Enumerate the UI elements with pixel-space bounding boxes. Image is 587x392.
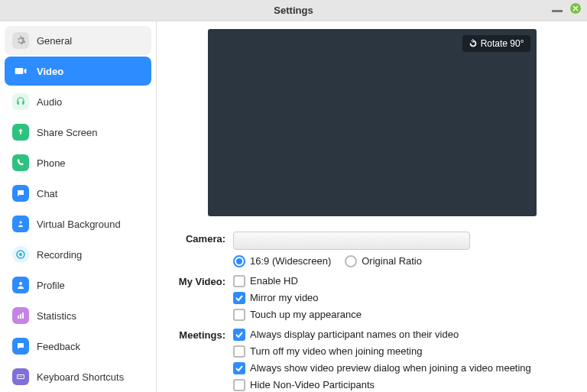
hide-nonvideo-label: Hide Non-Video Participants (250, 378, 375, 392)
ratio-original-label: Original Ratio (362, 254, 422, 268)
sidebar: General Video Audio Share Screen Phone (0, 21, 157, 392)
ratio-169-label: 16:9 (Widescreen) (250, 254, 331, 268)
svg-point-0 (20, 222, 22, 224)
sidebar-item-statistics[interactable]: Statistics (5, 301, 151, 330)
svg-rect-13 (21, 376, 22, 377)
svg-rect-5 (20, 314, 21, 319)
sidebar-item-phone[interactable]: Phone (5, 148, 151, 177)
keyboard-icon (12, 368, 29, 385)
sidebar-item-recording[interactable]: Recording (5, 240, 151, 269)
svg-point-2 (19, 253, 22, 256)
sidebar-item-audio[interactable]: Audio (5, 87, 151, 116)
svg-point-3 (19, 282, 22, 285)
share-screen-icon (12, 124, 29, 141)
headphones-icon (12, 93, 29, 110)
meetings-label: Meetings: (164, 328, 233, 392)
feedback-icon (12, 338, 29, 355)
svg-point-8 (21, 345, 21, 346)
hide-nonvideo-checkbox[interactable] (233, 379, 245, 391)
sidebar-item-share-screen[interactable]: Share Screen (5, 118, 151, 147)
turnoff-video-checkbox[interactable] (233, 345, 245, 358)
touchup-checkbox[interactable] (233, 309, 245, 321)
sidebar-label: Chat (37, 188, 57, 199)
ratio-169-radio[interactable] (233, 255, 245, 267)
sidebar-label: Feedback (37, 341, 80, 352)
sidebar-label: Recording (37, 249, 82, 261)
show-preview-label: Always show video preview dialog when jo… (250, 361, 531, 375)
sidebar-label: Statistics (37, 310, 76, 322)
svg-point-7 (19, 345, 20, 346)
mirror-label: Mirror my video (250, 291, 319, 305)
recording-icon (12, 246, 29, 263)
sidebar-label: Audio (37, 96, 62, 108)
svg-rect-12 (20, 376, 21, 377)
svg-rect-6 (22, 313, 24, 319)
sidebar-label: Video (37, 66, 63, 77)
sidebar-label: Phone (37, 157, 66, 169)
sidebar-item-keyboard-shortcuts[interactable]: Keyboard Shortcuts (5, 362, 151, 391)
myvideo-label: My Video: (164, 274, 233, 325)
window-title: Settings (274, 5, 313, 16)
video-preview: Rotate 90° (208, 29, 537, 216)
turnoff-video-label: Turn off my video when joining meeting (250, 345, 422, 358)
enable-hd-label: Enable HD (250, 274, 298, 288)
camera-label: Camera: (164, 232, 233, 271)
sidebar-item-general[interactable]: General (5, 26, 151, 55)
close-button[interactable] (570, 3, 581, 14)
participant-names-label: Always display participant names on thei… (250, 328, 459, 342)
rotate-button[interactable]: Rotate 90° (462, 35, 530, 52)
sidebar-item-profile[interactable]: Profile (5, 271, 151, 300)
sidebar-label: Profile (37, 280, 65, 291)
gear-icon (12, 32, 29, 49)
main-panel: Rotate 90° Camera: 16:9 (Widescreen) (157, 21, 587, 392)
sidebar-item-video[interactable]: Video (5, 57, 151, 86)
show-preview-checkbox[interactable] (233, 362, 245, 374)
sidebar-item-feedback[interactable]: Feedback (5, 332, 151, 361)
rotate-label: Rotate 90° (481, 38, 524, 49)
virtual-background-icon (12, 215, 29, 232)
sidebar-label: Virtual Background (37, 219, 121, 230)
sidebar-item-virtual-background[interactable]: Virtual Background (5, 209, 151, 238)
enable-hd-checkbox[interactable] (233, 275, 245, 287)
participant-names-checkbox[interactable] (233, 329, 245, 341)
phone-icon (12, 154, 29, 171)
camera-select[interactable] (233, 232, 470, 250)
chat-icon (12, 185, 29, 202)
sidebar-item-chat[interactable]: Chat (5, 179, 151, 208)
video-icon (12, 63, 29, 79)
statistics-icon (12, 307, 29, 324)
ratio-original-radio[interactable] (345, 255, 357, 267)
svg-point-9 (21, 345, 22, 346)
svg-rect-11 (18, 376, 19, 377)
mirror-checkbox[interactable] (233, 292, 245, 304)
svg-rect-4 (18, 316, 19, 319)
profile-icon (12, 277, 29, 293)
sidebar-label: General (37, 35, 72, 47)
touchup-label: Touch up my appearance (250, 308, 362, 322)
rotate-icon (469, 39, 478, 48)
sidebar-label: Share Screen (37, 127, 98, 138)
sidebar-label: Keyboard Shortcuts (37, 371, 124, 383)
minimize-button[interactable] (552, 10, 563, 12)
titlebar: Settings (0, 0, 587, 21)
